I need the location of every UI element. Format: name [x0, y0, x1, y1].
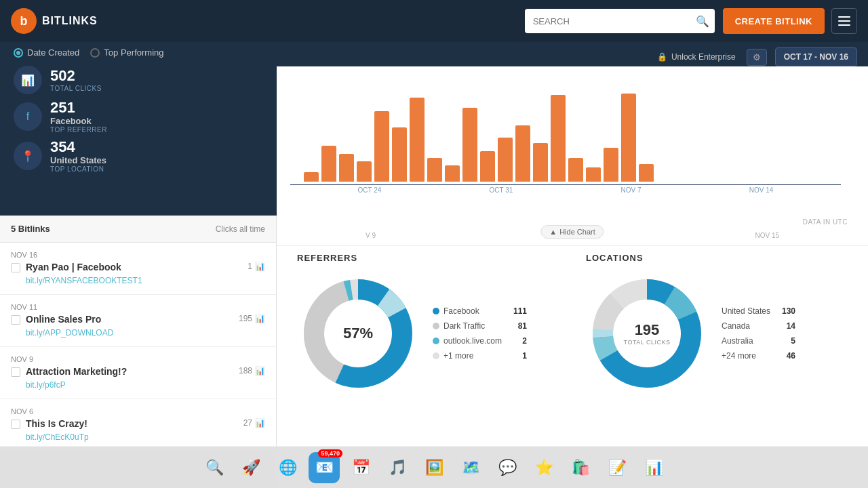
bitlink-item: NOV 11 Online Sales Pro bit.ly/APP_DOWNL…	[0, 295, 276, 347]
facebook-card: f 251 Facebook TOP REFERRER	[14, 100, 263, 134]
bar-19	[639, 164, 654, 182]
bitlink-checkbox-1[interactable]	[11, 315, 20, 325]
data-utc-label: DATA IN UTC	[803, 218, 848, 226]
x-label-nov14: NOV 14	[749, 186, 774, 194]
bar-9	[462, 108, 477, 182]
bitlink-url-1[interactable]: bit.ly/APP_DOWNLOAD	[26, 328, 113, 338]
bar-13	[533, 143, 548, 182]
locations-sublabel: TOTAL CLICKS	[624, 339, 671, 346]
top-navigation: b BITLINKS 🔍 CREATE BITLINK	[0, 0, 868, 42]
date-range-button[interactable]: OCT 17 - NOV 16	[775, 47, 857, 66]
location-value-2: 5	[778, 336, 795, 346]
bar-14	[551, 95, 566, 182]
referrer-dot-0	[433, 308, 439, 314]
dock-finder[interactable]: 🔍	[199, 452, 230, 483]
bitlink-checkbox-0[interactable]	[11, 263, 20, 272]
dock-appstore[interactable]: 🛍️	[565, 452, 596, 483]
date-created-radio[interactable]: Date Created	[14, 47, 79, 58]
dock-maps[interactable]: 🗺️	[455, 452, 486, 483]
bitlink-info-0: Ryan Pao | Facebook bit.ly/RYANSFACEBOOK…	[26, 262, 242, 286]
stats-section: Date Created Top Performing 📊 502 TOTAL …	[0, 42, 868, 216]
bar-16	[586, 167, 601, 182]
dock-calendar[interactable]: 📅	[345, 452, 376, 483]
dock-word[interactable]: 📝	[601, 452, 633, 483]
dock-messages[interactable]: 💬	[492, 452, 523, 483]
unlock-enterprise-button[interactable]: 🔒 Unlock Enterprise	[657, 52, 736, 62]
location-label: TOP LOCATION	[50, 165, 106, 173]
referrer-dot-1	[433, 323, 439, 329]
location-value-0: 130	[778, 306, 795, 316]
bitlink-date-0: NOV 16	[11, 251, 265, 259]
clicks-alltime: Clicks all time	[216, 224, 265, 234]
referrer-legend-item-2: outlook.live.com 2	[433, 336, 527, 346]
locations-center: 195 TOTAL CLICKS	[624, 321, 671, 346]
bitlink-clicks-3: 27 📊	[243, 418, 265, 428]
enterprise-label: Unlock Enterprise	[671, 52, 736, 62]
referrer-label-0: Facebook	[433, 306, 479, 316]
bitlink-date-2: NOV 9	[11, 355, 265, 363]
bar-17	[604, 148, 618, 182]
hide-chart-button[interactable]: ▲ Hide Chart	[540, 225, 604, 239]
bitlink-url-2[interactable]: bit.ly/p6fcP	[26, 380, 66, 390]
menu-line-3	[838, 24, 850, 26]
referrer-legend-item-1: Dark Traffic 81	[433, 321, 527, 331]
bar-8	[445, 165, 460, 182]
clicks-icon: 📊	[14, 66, 42, 94]
bitlink-title-0: Ryan Pao | Facebook	[26, 262, 242, 272]
bar-4	[374, 111, 389, 182]
location-info: 354 United States TOP LOCATION	[50, 139, 106, 173]
dock-excel[interactable]: 📊	[638, 452, 669, 483]
location-label-1: Canada	[722, 321, 750, 331]
referrer-value-1: 81	[510, 321, 527, 331]
create-bitlink-button[interactable]: CREATE BITLINK	[723, 8, 825, 34]
filter-radio-group: Date Created Top Performing	[14, 47, 263, 58]
locations-legend: United States 130 Canada 14 Australia 5 …	[722, 306, 795, 361]
top-performing-radio[interactable]: Top Performing	[90, 47, 163, 58]
bitlinks-list: NOV 16 Ryan Pao | Facebook bit.ly/RYANSF…	[0, 243, 276, 451]
app-name: BITLINKS	[42, 15, 98, 27]
locations-donut: 195 TOTAL CLICKS	[586, 272, 708, 394]
dock-photos[interactable]: 🖼️	[418, 452, 450, 483]
referrer-label-2: outlook.live.com	[433, 336, 502, 346]
referrer-value-2: 2	[510, 336, 527, 346]
locations-section: LOCATIONS	[586, 253, 848, 394]
bitlink-url-0[interactable]: bit.ly/RYANSFACEBOOKTEST1	[26, 276, 142, 285]
menu-button[interactable]	[831, 8, 857, 34]
bitlink-clicks-2: 188 📊	[239, 366, 265, 375]
analytics-header: DATA IN UTC	[277, 216, 868, 226]
bitlink-checkbox-2[interactable]	[11, 367, 20, 377]
dock-music[interactable]: 🎵	[382, 452, 413, 483]
bitlink-title-2: Attraction Marketing!?	[26, 366, 233, 377]
bitlink-clicks-1: 195 📊	[239, 314, 265, 323]
bar-11	[498, 138, 513, 182]
x-label-oct31: OCT 31	[490, 186, 513, 194]
dock-mail[interactable]: 📧 59,470	[309, 452, 340, 483]
bitlink-info-3: This Is Crazy! bit.ly/ChEcK0uTp	[26, 418, 238, 443]
referrer-value-0: 111	[510, 306, 527, 316]
facebook-info: 251 Facebook TOP REFERRER	[50, 100, 107, 134]
stats-cards-area: Date Created Top Performing 📊 502 TOTAL …	[0, 42, 277, 216]
search-input[interactable]	[525, 9, 715, 33]
bitlink-checkbox-3[interactable]	[11, 420, 20, 429]
dock-safari[interactable]: 🌐	[272, 452, 303, 483]
facebook-name: Facebook	[50, 116, 107, 126]
filter-button[interactable]: ⚙	[747, 49, 767, 66]
bitlink-item: NOV 6 This Is Crazy! bit.ly/ChEcK0uTp 27…	[0, 399, 276, 451]
bar-0	[304, 172, 319, 182]
location-value-3: 46	[778, 351, 795, 361]
chart-top-area: 🔒 Unlock Enterprise ⚙ OCT 17 - NOV 16 OC…	[277, 42, 868, 216]
location-label-0: United States	[722, 306, 770, 316]
bitlink-url-3[interactable]: bit.ly/ChEcK0uTp	[26, 432, 89, 442]
bar-2	[339, 154, 354, 182]
location-legend-item-2: Australia 5	[722, 336, 795, 346]
dock-launchpad[interactable]: 🚀	[235, 452, 267, 483]
bitlink-info-2: Attraction Marketing!? bit.ly/p6fcP	[26, 366, 233, 390]
dock-star[interactable]: ⭐	[528, 452, 559, 483]
bitlink-item: NOV 16 Ryan Pao | Facebook bit.ly/RYANSF…	[0, 243, 276, 295]
referrer-dot-2	[433, 338, 439, 344]
facebook-value: 251	[50, 100, 107, 116]
bar-7	[427, 158, 442, 182]
search-button[interactable]: 🔍	[696, 15, 709, 28]
bar-12	[515, 125, 530, 182]
bar-6	[410, 98, 425, 182]
